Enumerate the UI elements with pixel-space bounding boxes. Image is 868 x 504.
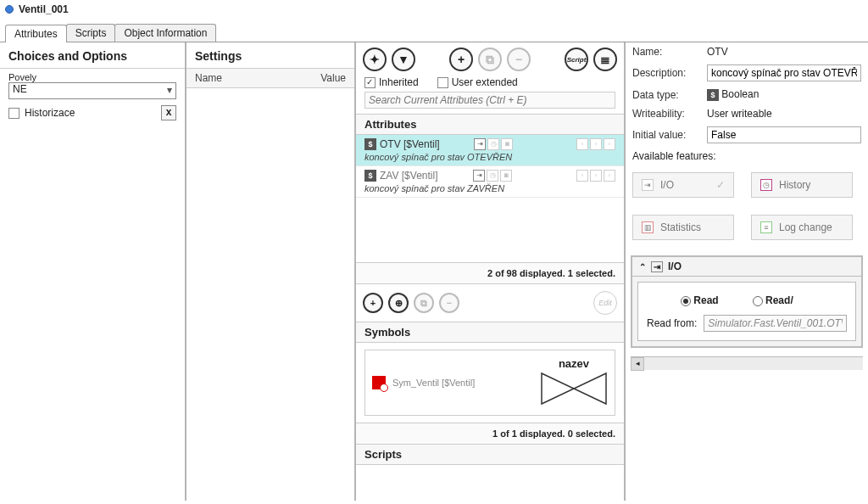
choices-title: Choices and Options [0,42,185,69]
historizace-label: Historizace [19,107,161,119]
settings-title: Settings [186,42,354,69]
symbol-icon [372,376,386,389]
io-badge-icon: ⇥ [474,138,486,150]
symbols-toolbar: + ⊕ ⧉ − Edit [356,283,624,322]
symbol-add-special-button[interactable]: ⊕ [388,293,409,313]
inherited-label: Inherited [379,76,419,88]
duplicate-button: ⧉ [478,48,502,71]
readfrom-label: Read from: [647,317,697,329]
attribute-row-zav[interactable]: $ ZAV [$Ventil] ⇥ ◷ ◙ ▫ ▫ ▫ koncový spín… [356,166,624,198]
script-icon[interactable]: Script [565,48,588,71]
symbol-edit-button: Edit [593,291,617,315]
stat3-icon: ▫ [604,138,615,150]
feature-statistics-button[interactable]: ▥Statistics [632,215,734,240]
app-icon [5,5,14,14]
radio-readwrite[interactable]: Read/ [753,294,793,306]
attr-desc: koncový spínač pro stav ZAVŘEN [364,182,615,195]
feature-io-button[interactable]: ⇥I/O✓ [632,172,734,198]
symbol-duplicate-button: ⧉ [414,293,434,313]
log-icon: ≡ [760,221,772,233]
expand-icon: ⌃ [639,262,646,272]
valve-preview: nazev [540,357,608,408]
available-features-label: Available features: [632,150,716,162]
horizontal-scrollbar[interactable]: ◂ [631,356,863,370]
valve-label: nazev [540,357,608,370]
writeability-value: User writeable [707,108,861,120]
details-panel: Name: OTV Description: Data type: $ Bool… [626,42,868,501]
scripts-header: Scripts [356,444,624,465]
symbol-add-button[interactable]: + [363,293,383,313]
attribute-row-otv[interactable]: $ OTV [$Ventil] ⇥ ◷ ◙ ▫ ▫ ▫ koncový spín… [356,135,624,166]
remove-button: − [507,48,531,71]
feature-logchange-button[interactable]: ≡Log change [751,215,853,240]
initial-value-label: Initial value: [632,129,700,141]
wand-icon[interactable]: ✦ [363,48,387,71]
settings-columns: Name Value [186,69,354,88]
io-icon: ⇥ [642,179,654,191]
history-badge-icon: ◷ [487,138,499,150]
scroll-left-icon[interactable]: ◂ [631,357,644,371]
io-section-header[interactable]: ⌃ ⇥ I/O [632,257,861,277]
stat1-icon: ▫ [576,138,588,150]
user-extended-checkbox[interactable] [437,77,448,88]
filter-icon[interactable]: ▼ [392,48,415,71]
description-label: Description: [632,67,700,79]
attr-name: OTV [$Ventil] [380,138,440,150]
tab-attributes[interactable]: Attributes [5,25,67,42]
search-input[interactable] [364,92,615,109]
stat1-icon: ▫ [576,170,588,182]
list-icon[interactable]: ≣ [593,48,617,71]
attr-desc: koncový spínač pro stav OTEVŘEN [364,150,615,164]
attr-name: ZAV [$Ventil] [380,170,437,182]
attr-toolbar: ✦ ▼ + ⧉ − Script ≣ [356,42,624,76]
settings-panel: Settings Name Value [186,42,356,501]
tab-scripts[interactable]: Scripts [66,24,116,42]
statistics-icon: ▥ [642,221,654,233]
settings-col-name: Name [195,72,320,84]
attr-status: 2 of 98 displayed. 1 selected. [356,262,624,283]
stat3-icon: ▫ [604,170,615,182]
main-tabs: Attributes Scripts Object Information [0,24,868,42]
name-value: OTV [707,46,861,58]
symbols-header: Symbols [356,322,624,343]
povely-label: Povely [8,72,176,82]
povely-select[interactable]: NE [8,82,176,99]
historizace-checkbox[interactable] [8,108,19,119]
description-input[interactable] [707,64,861,81]
io-badge-icon: ⇥ [473,170,485,182]
choices-panel: Choices and Options Povely NE Historizac… [0,42,186,501]
inherited-checkbox[interactable] [364,77,376,88]
io-section-icon: ⇥ [651,261,663,272]
initial-value-input[interactable] [707,126,861,143]
attribute-panel: ✦ ▼ + ⧉ − Script ≣ Inherited User extend… [356,42,626,501]
settings-col-value: Value [320,72,346,84]
svg-marker-0 [542,373,574,404]
camera-badge-icon: ◙ [500,170,512,182]
symbol-item[interactable]: Sym_Ventil [$Ventil] nazev [364,350,615,416]
boolean-type-icon: $ [364,138,376,150]
symbol-name: Sym_Ventil [$Ventil] [392,378,475,388]
historizace-clear-button[interactable]: x [161,105,176,120]
name-label: Name: [632,46,700,58]
history-badge-icon: ◷ [487,170,498,182]
feature-history-button[interactable]: ◷History [751,172,853,198]
user-extended-label: User extended [452,76,518,88]
readfrom-input[interactable] [704,315,847,332]
stat2-icon: ▫ [590,170,602,182]
boolean-type-icon: $ [707,89,719,101]
camera-badge-icon: ◙ [501,138,513,150]
datatype-value: $ Boolean [707,88,861,101]
attributes-header: Attributes [356,114,624,135]
stat2-icon: ▫ [590,138,602,150]
add-button[interactable]: + [449,48,473,71]
boolean-type-icon: $ [364,170,376,182]
symbol-remove-button: − [439,293,459,313]
datatype-label: Data type: [632,89,700,101]
window-title: Ventil_001 [19,3,69,15]
svg-marker-1 [574,373,606,404]
writeability-label: Writeability: [632,108,700,120]
symbol-status: 1 of 1 displayed. 0 selected. [356,423,624,444]
history-icon: ◷ [760,179,772,191]
radio-read[interactable]: Read [681,294,719,306]
tab-object-info[interactable]: Object Information [114,24,216,42]
